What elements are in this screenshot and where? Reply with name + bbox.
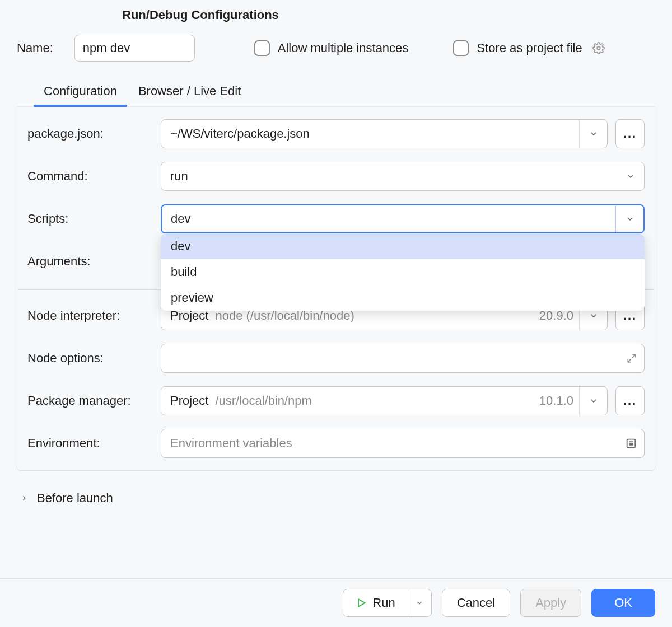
package-json-label: package.json: <box>27 127 161 141</box>
list-icon[interactable] <box>625 437 637 450</box>
store-project-checkbox[interactable] <box>453 40 469 56</box>
apply-button[interactable]: Apply <box>520 589 581 617</box>
scripts-option-preview[interactable]: preview <box>161 285 645 311</box>
arguments-label: Arguments: <box>27 254 161 269</box>
allow-multiple-group[interactable]: Allow multiple instances <box>254 40 409 56</box>
package-manager-row: Package manager: Project /usr/local/bin/… <box>27 386 645 415</box>
before-launch-section[interactable]: Before launch <box>0 471 672 527</box>
scripts-chevron[interactable] <box>615 205 643 232</box>
run-button-main[interactable]: Run <box>343 589 407 616</box>
chevron-down-icon <box>416 599 423 607</box>
package-json-row: package.json: ~/WS/viterc/package.json .… <box>27 119 645 148</box>
scripts-label: Scripts: <box>27 212 161 226</box>
node-options-label: Node options: <box>27 351 161 366</box>
environment-label: Environment: <box>27 436 161 451</box>
scripts-row: Scripts: dev dev build preview <box>27 204 645 233</box>
allow-multiple-label: Allow multiple instances <box>278 41 409 55</box>
package-manager-path: /usr/local/bin/npm <box>215 394 539 408</box>
package-manager-combo[interactable]: Project /usr/local/bin/npm 10.1.0 <box>161 386 608 415</box>
package-manager-prefix: Project <box>170 394 208 408</box>
command-label: Command: <box>27 169 161 184</box>
command-combo[interactable]: run <box>161 162 645 191</box>
expand-icon[interactable] <box>626 353 637 364</box>
node-options-input[interactable] <box>161 344 645 373</box>
tab-configuration[interactable]: Configuration <box>44 78 117 106</box>
store-project-label: Store as project file <box>477 41 582 55</box>
ok-button[interactable]: OK <box>591 589 655 617</box>
environment-input[interactable]: Environment variables <box>161 429 645 458</box>
name-row: Name: Allow multiple instances Store as … <box>0 35 672 78</box>
allow-multiple-checkbox[interactable] <box>254 40 270 56</box>
store-project-group[interactable]: Store as project file <box>453 40 604 56</box>
scripts-combo[interactable]: dev <box>161 204 645 233</box>
run-button-split[interactable] <box>408 589 431 616</box>
package-json-browse-button[interactable]: ... <box>615 119 645 148</box>
package-json-chevron[interactable] <box>579 120 607 148</box>
footer: Run Cancel Apply OK <box>0 578 672 627</box>
chevron-right-icon <box>20 494 28 502</box>
environment-placeholder: Environment variables <box>170 436 292 451</box>
cancel-button[interactable]: Cancel <box>442 589 510 617</box>
environment-row: Environment: Environment variables <box>27 429 645 458</box>
configuration-panel: package.json: ~/WS/viterc/package.json .… <box>17 107 655 471</box>
scripts-option-dev[interactable]: dev <box>161 233 645 259</box>
play-icon <box>356 597 367 609</box>
tab-browser-live-edit[interactable]: Browser / Live Edit <box>138 78 241 106</box>
name-label: Name: <box>17 41 53 55</box>
chevron-down-icon <box>589 129 598 138</box>
command-row: Command: run <box>27 162 645 191</box>
package-manager-browse-button[interactable]: ... <box>615 386 645 415</box>
chevron-down-icon <box>626 214 634 223</box>
package-manager-label: Package manager: <box>27 394 161 408</box>
scripts-value: dev <box>171 212 615 226</box>
name-input[interactable] <box>74 35 195 62</box>
node-interpreter-label: Node interpreter: <box>27 308 161 323</box>
package-manager-version: 10.1.0 <box>539 394 573 408</box>
scripts-option-build[interactable]: build <box>161 259 645 285</box>
run-button[interactable]: Run <box>343 589 431 617</box>
package-json-value: ~/WS/viterc/package.json <box>170 127 579 141</box>
before-launch-label: Before launch <box>37 491 113 506</box>
package-manager-chevron[interactable] <box>579 387 607 415</box>
chevron-down-icon <box>589 311 598 320</box>
run-label: Run <box>372 596 395 610</box>
package-json-combo[interactable]: ~/WS/viterc/package.json <box>161 119 608 148</box>
gear-icon[interactable] <box>592 42 605 54</box>
tabs: Configuration Browser / Live Edit <box>17 78 655 107</box>
chevron-down-icon <box>626 172 635 181</box>
svg-point-0 <box>597 46 600 50</box>
dialog-title: Run/Debug Configurations <box>0 0 672 35</box>
node-options-row: Node options: <box>27 344 645 373</box>
chevron-down-icon <box>589 396 598 405</box>
command-value: run <box>170 169 626 184</box>
scripts-dropdown: dev build preview <box>161 233 645 311</box>
